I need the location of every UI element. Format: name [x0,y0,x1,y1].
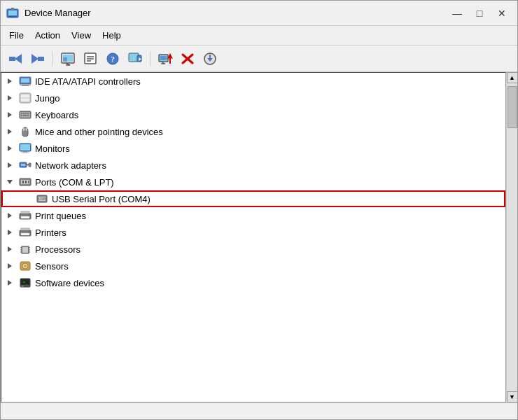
toolbar-sep-2 [150,51,150,66]
device-label-usb-serial: USB Serial Port (COM4) [52,194,150,204]
svg-marker-80 [8,230,12,235]
scroll-up[interactable]: ▲ [507,72,518,83]
close-button[interactable]: ✕ [492,6,512,21]
svg-rect-87 [22,247,28,253]
expand-icon-network[interactable] [4,160,15,171]
menu-action[interactable]: Action [29,28,66,43]
svg-rect-63 [21,164,25,166]
expand-icon-monitors[interactable] [4,143,15,154]
device-label-mice: Mice and other pointing devices [35,127,163,137]
title-bar-left: Device Manager [6,7,91,20]
run-button[interactable] [125,49,146,69]
device-label-print-queues: Print queues [35,211,86,221]
properties-button[interactable] [80,49,101,69]
svg-rect-36 [20,84,31,85]
svg-rect-65 [29,163,31,167]
device-label-ports: Ports (COM & LPT) [35,177,114,188]
tree-item-sensors[interactable]: Sensors [1,258,505,274]
tree-item-software[interactable]: >_Software devices [1,274,505,291]
tree-item-monitors[interactable]: Monitors [1,140,505,157]
svg-rect-50 [23,115,27,116]
expand-icon-jungo[interactable] [4,92,15,104]
svg-rect-49 [21,115,22,116]
maximize-button[interactable]: □ [470,6,489,21]
toolbar-sep-1 [52,51,53,66]
expand-icon-mice[interactable] [4,126,15,137]
scroll-track[interactable] [507,83,517,391]
expand-icon-print-queues[interactable] [4,210,15,221]
svg-rect-46 [23,113,24,114]
svg-marker-7 [31,54,38,64]
device-icon-keyboards [18,108,32,121]
svg-rect-45 [21,113,22,114]
svg-rect-77 [21,211,29,214]
tree-item-printers[interactable]: Printers [1,224,505,241]
expand-icon-usb-serial[interactable] [21,193,32,204]
svg-rect-24 [160,56,167,60]
tree-item-jungo[interactable]: Jungo [1,90,505,106]
help-button[interactable]: ? [102,49,123,69]
tree-item-ide[interactable]: IDE ATA/ATAPI controllers [1,73,505,90]
device-label-monitors: Monitors [35,144,70,154]
tree-item-processors[interactable]: Processors [1,241,505,258]
svg-rect-6 [9,57,15,61]
forward-button[interactable] [27,49,48,69]
remove-button[interactable] [177,49,198,69]
svg-rect-55 [26,128,28,131]
expand-icon-sensors[interactable] [4,260,15,272]
tree-item-ports[interactable]: Ports (COM & LPT) [1,174,505,190]
svg-marker-94 [8,263,12,269]
device-icon-software: >_ [18,276,32,289]
device-icon-printers [18,226,32,239]
device-icon-jungo [18,92,32,104]
minimize-button[interactable]: — [447,6,467,21]
device-icon-network [18,159,32,172]
expand-icon-ide[interactable] [4,76,15,87]
device-label-keyboards: Keyboards [35,110,78,120]
svg-marker-61 [8,162,12,168]
window-title: Device Manager [24,8,91,18]
tree-item-network[interactable]: Network adapters [1,157,505,174]
device-label-jungo: Jungo [35,93,59,104]
svg-rect-47 [25,113,27,114]
svg-rect-54 [23,128,25,131]
device-icon-mice [18,125,32,138]
svg-rect-48 [27,113,29,114]
title-bar-buttons: — □ ✕ [447,6,512,21]
device-label-printers: Printers [35,227,66,238]
expand-icon-printers[interactable] [4,227,15,238]
scan-button[interactable] [155,49,176,69]
svg-text:USB: USB [38,197,46,201]
expand-icon-keyboards[interactable] [4,109,15,120]
update-button[interactable] [200,49,220,69]
menu-file[interactable]: File [4,28,29,43]
window-icon [6,7,19,20]
svg-point-84 [28,232,29,233]
menu-help[interactable]: Help [97,28,127,43]
svg-marker-33 [8,78,12,84]
showhide-button[interactable] [57,49,78,69]
svg-rect-82 [21,228,29,230]
svg-text:?: ? [111,55,115,63]
svg-rect-69 [22,181,24,183]
svg-marker-66 [7,180,13,184]
svg-marker-52 [8,129,12,134]
svg-rect-2 [8,16,17,17]
svg-rect-11 [63,57,67,62]
tree-item-mice[interactable]: Mice and other pointing devices [1,123,505,140]
svg-rect-4 [11,8,14,10]
device-tree[interactable]: IDE ATA/ATAPI controllersJungoKeyboardsM… [1,72,506,402]
expand-icon-processors[interactable] [4,244,15,255]
svg-rect-59 [23,151,27,153]
tree-item-keyboards[interactable]: Keyboards [1,106,505,123]
back-button[interactable] [5,49,26,69]
toolbar: ? [1,46,517,72]
tree-item-print-queues[interactable]: Print queues [1,207,505,224]
tree-item-usb-serial[interactable]: USBUSB Serial Port (COM4) [1,190,505,207]
svg-marker-38 [8,95,12,101]
menu-view[interactable]: View [66,28,97,43]
expand-icon-software[interactable] [4,277,15,288]
scroll-thumb[interactable] [507,86,517,128]
scroll-down[interactable]: ▼ [507,391,518,402]
expand-icon-ports[interactable] [4,176,15,188]
